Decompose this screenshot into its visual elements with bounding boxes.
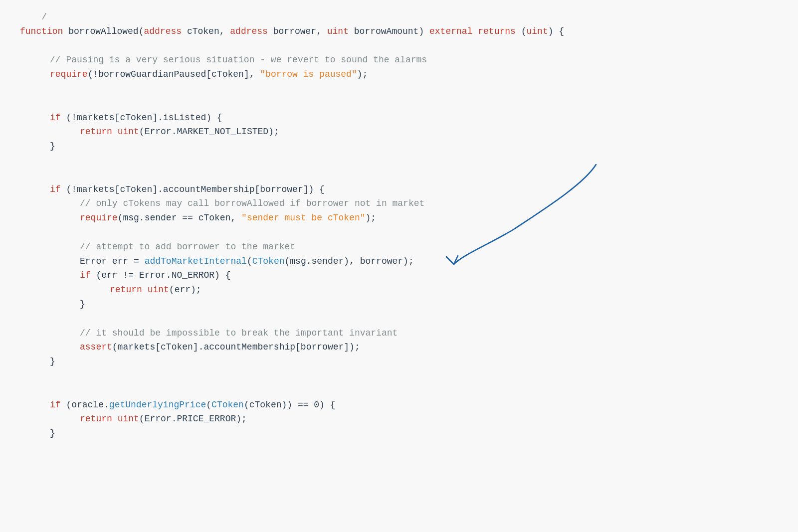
code-line-if3: if (err != Error.NO_ERROR) { [20, 268, 778, 283]
code-line-close2: } [20, 297, 778, 312]
type-address1: address [144, 24, 182, 39]
keyword-require1: require [50, 67, 88, 82]
keyword-uint2: uint [148, 283, 169, 297]
code-line-comment1: // Pausing is a very serious situation -… [20, 53, 778, 67]
keyword-function: function [20, 24, 63, 39]
func-getunderlying: getUnderlyingPrice [109, 398, 206, 412]
code-line-return3: return uint(Error.PRICE_ERROR); [20, 412, 778, 426]
code-line-comment2: // only cTokens may call borrowAllowed i… [20, 196, 778, 211]
keyword-return1: return [80, 125, 112, 139]
func-space [63, 24, 68, 39]
code-line-comment4: // it should be impossible to break the … [20, 326, 778, 341]
func-name-text: borrowAllowed( [68, 24, 144, 39]
keyword-returns: returns [478, 24, 516, 39]
code-line-assert1: assert(markets[cToken].accountMembership… [20, 340, 778, 355]
brace-close2: } [80, 297, 85, 312]
comment-ctoken: // only cTokens may call borrowAllowed i… [80, 196, 424, 211]
code-line-func-decl: function borrowAllowed(address cToken, a… [20, 24, 778, 39]
keyword-external: external [429, 24, 472, 39]
keyword-if4: if [50, 398, 61, 412]
code-line-if2: if (!markets[cToken].accountMembership[b… [20, 182, 778, 197]
func-add-to-market: addToMarketInternal [145, 254, 247, 269]
keyword-if2: if [50, 182, 61, 197]
slash-char: / [20, 10, 47, 24]
keyword-uint-ret: uint [526, 24, 548, 39]
code-line-comment3: // attempt to add borrower to the market [20, 240, 778, 254]
type-uint: uint [327, 24, 349, 39]
keyword-require2: require [80, 211, 118, 225]
keyword-return3: return [80, 412, 112, 426]
func-ctoken2: CToken [211, 398, 244, 412]
keyword-assert: assert [80, 340, 112, 355]
brace-close1: } [50, 139, 55, 154]
code-line-return2: return uint(err); [20, 283, 778, 297]
code-line-slash: / [20, 10, 778, 24]
code-line-close1: } [20, 139, 778, 154]
keyword-return2: return [110, 283, 142, 297]
code-line-require2: require(msg.sender == cToken, "sender mu… [20, 211, 778, 225]
code-line-return1: return uint(Error.MARKET_NOT_LISTED); [20, 125, 778, 139]
code-line-error: Error err = addToMarketInternal(CToken(m… [20, 254, 778, 269]
brace-close3: } [50, 355, 55, 369]
keyword-if1: if [50, 111, 61, 125]
code-line-if4: if (oracle.getUnderlyingPrice(CToken(cTo… [20, 398, 778, 412]
comment-pause: // Pausing is a very serious situation -… [50, 53, 427, 67]
code-viewer: / function borrowAllowed(address cToken,… [20, 10, 778, 509]
keyword-uint1: uint [118, 125, 139, 139]
type-address2: address [230, 24, 268, 39]
brace-close4: } [50, 426, 55, 441]
comment-invariant: // it should be impossible to break the … [80, 326, 398, 341]
code-line-close3: } [20, 355, 778, 369]
func-ctoken: CToken [252, 254, 285, 269]
comment-add-borrower: // attempt to add borrower to the market [80, 240, 295, 254]
code-line-close4: } [20, 426, 778, 441]
keyword-uint3: uint [118, 412, 139, 426]
code-line-if1: if (!markets[cToken].isListed) { [20, 111, 778, 125]
code-line-require1: require(!borrowGuardianPaused[cToken], "… [20, 67, 778, 82]
keyword-if3: if [80, 268, 91, 283]
